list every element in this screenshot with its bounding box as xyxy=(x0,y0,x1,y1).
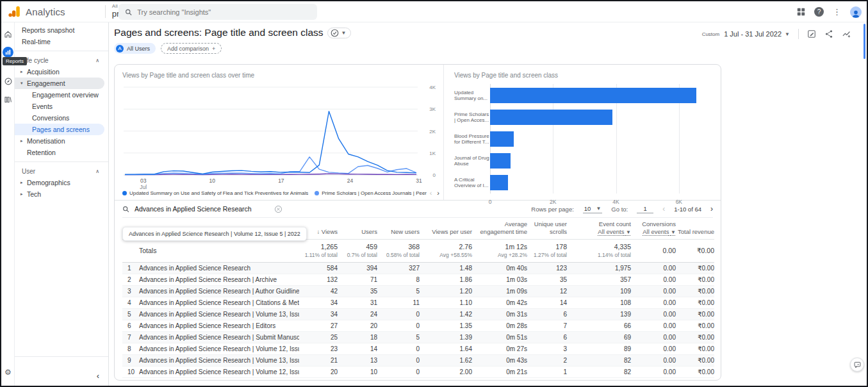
add-comparison-chip[interactable]: Add comparison + xyxy=(161,43,222,54)
bar[interactable] xyxy=(490,175,508,190)
sidebar-item-monetisation[interactable]: ▸Monetisation xyxy=(15,135,108,147)
advertising-nav[interactable] xyxy=(1,93,15,106)
conversions-header[interactable]: ConversionsAll events ▼ xyxy=(631,218,676,239)
insights-icon[interactable] xyxy=(842,29,851,38)
y-tick-label: 0 xyxy=(433,172,436,178)
row-revenue: ₹0.00 xyxy=(676,285,714,297)
table-row[interactable]: 10 Advances in Applied Science Research … xyxy=(122,366,714,377)
conversions-filter[interactable]: All events ▼ xyxy=(643,228,676,235)
row-event-count: 82 xyxy=(567,366,631,377)
event-filter[interactable]: All events ▼ xyxy=(598,228,631,235)
date-range-picker[interactable]: 1 Jul - 31 Jul 2022 ▼ xyxy=(724,30,790,38)
table-row[interactable]: 7 Advances in Applied Science Research |… xyxy=(122,331,714,343)
event-count-header[interactable]: Event countAll events ▼ xyxy=(567,218,631,239)
sidebar-item-acquisition[interactable]: ▸Acquisition xyxy=(15,66,108,78)
row-views-per-user: 1.39 xyxy=(420,331,472,343)
bar[interactable] xyxy=(490,153,511,169)
bar[interactable] xyxy=(490,131,514,147)
table-row[interactable]: 5 Advances in Applied Science Research |… xyxy=(122,308,714,320)
sidebar-item-demographics[interactable]: ▸Demographics xyxy=(15,177,108,188)
row-revenue: ₹0.00 xyxy=(676,297,714,308)
sidebar-item-engagement-overview[interactable]: Engagement overview xyxy=(15,89,108,101)
report-status-badge[interactable]: ▼ xyxy=(327,28,352,38)
avg-engagement-header[interactable]: Average engagement time xyxy=(472,218,527,239)
next-page-icon[interactable]: › xyxy=(710,204,713,213)
table-row[interactable]: 1 Advances in Applied Science Research 5… xyxy=(122,262,714,274)
table-row[interactable]: 6 Advances in Applied Science Research |… xyxy=(122,320,714,331)
table-row[interactable]: 4 Advances in Applied Science Research |… xyxy=(122,297,714,308)
row-scrolls: 12 xyxy=(527,285,567,297)
explore-nav[interactable] xyxy=(1,75,15,88)
bar-chart-panel: Views by Page title and screen class Upd… xyxy=(444,65,721,200)
legend-prev-icon[interactable]: ‹ xyxy=(430,189,432,197)
table-search[interactable] xyxy=(122,205,289,213)
revenue-header[interactable]: Total revenue xyxy=(676,218,714,239)
sidebar-item-tech[interactable]: ▸Tech xyxy=(15,188,108,200)
scrollbar-thumb[interactable] xyxy=(864,24,865,59)
rows-per-page[interactable]: Rows per page: xyxy=(531,206,574,213)
table-row[interactable]: 3 Advances in Applied Science Research |… xyxy=(122,285,714,297)
prev-page-icon[interactable]: ‹ xyxy=(662,204,665,213)
row-index: 9 xyxy=(122,354,139,366)
global-search[interactable] xyxy=(119,4,317,20)
clear-search-icon[interactable] xyxy=(274,205,283,213)
table-row[interactable]: 2 Advances in Applied Science Research |… xyxy=(122,274,714,285)
sidebar-item-reports-snapshot[interactable]: Reports snapshot xyxy=(15,24,108,36)
rows-per-page-select[interactable]: 10▼ xyxy=(583,205,603,213)
audience-badge: A xyxy=(116,45,124,53)
bar[interactable] xyxy=(490,110,612,125)
views-per-user-header[interactable]: Views per user xyxy=(420,218,472,239)
sidebar-item-engagement[interactable]: ▾Engagement xyxy=(15,78,104,89)
line-chart: 01K2K3K4K xyxy=(124,85,419,177)
row-scrolls: 35 xyxy=(527,274,567,285)
new-users-header[interactable]: New users xyxy=(377,218,420,239)
row-revenue: ₹0.00 xyxy=(676,274,714,285)
row-users: 20 xyxy=(338,320,377,331)
sidebar-item-pages-and-screens[interactable]: Pages and screens xyxy=(15,124,104,135)
scrolls-header[interactable]: Unique user scrolls xyxy=(527,218,567,239)
help-icon[interactable]: ? xyxy=(814,7,824,17)
goto-page-input[interactable]: 1 xyxy=(637,205,653,213)
chat-bubble-icon xyxy=(854,361,861,368)
row-avg-engagement: 1m 09s xyxy=(472,285,527,297)
home-nav[interactable] xyxy=(1,28,15,40)
row-index: 8 xyxy=(122,343,139,354)
table-row[interactable]: 9 Advances in Applied Science Research |… xyxy=(122,354,714,366)
table-row[interactable]: 8 Advances in Applied Science Research |… xyxy=(122,343,714,354)
row-page-title: Advances in Applied Science Research | S… xyxy=(139,331,299,343)
totals-label: Totals xyxy=(139,247,299,254)
share-icon[interactable] xyxy=(824,29,833,38)
row-event-count: 82 xyxy=(567,354,631,366)
bar[interactable] xyxy=(490,88,696,103)
customize-report-icon[interactable] xyxy=(807,29,816,38)
sidebar-section-life-cycle[interactable]: Life cycle∧ xyxy=(15,54,108,66)
row-scrolls: 6 xyxy=(527,308,567,320)
kebab-menu-icon[interactable]: ⋮ xyxy=(833,7,841,17)
sidebar-item-real-time[interactable]: Real-time xyxy=(15,36,108,47)
legend-next-icon[interactable]: › xyxy=(437,189,439,197)
table-search-input[interactable] xyxy=(135,205,269,213)
users-header[interactable]: Users xyxy=(338,218,377,239)
advertising-icon xyxy=(4,95,12,104)
search-input[interactable] xyxy=(137,8,311,16)
report-card: Views by Page title and screen class ove… xyxy=(114,64,721,381)
admin-gear-icon[interactable]: ⚙ xyxy=(1,368,15,377)
feedback-chat-button[interactable] xyxy=(850,358,864,372)
sidebar-item-events[interactable]: Events xyxy=(15,101,108,112)
row-scrolls: 7 xyxy=(527,320,567,331)
row-views-per-user: 1.10 xyxy=(420,297,472,308)
reports-nav[interactable] xyxy=(1,45,15,58)
cell-hover-tooltip: Advances in Applied Science Research | V… xyxy=(122,227,307,241)
row-conversions: 0.00 xyxy=(631,274,676,285)
avatar[interactable] xyxy=(850,6,862,18)
sidebar-section-user[interactable]: User∧ xyxy=(15,165,108,177)
apps-grid-icon[interactable] xyxy=(797,8,805,16)
collapse-sidebar-icon[interactable]: ‹ xyxy=(97,371,99,381)
person-icon xyxy=(851,10,860,18)
all-users-chip[interactable]: A All Users xyxy=(114,43,156,54)
sidebar-item-retention[interactable]: Retention xyxy=(15,147,108,158)
legend-dot-icon xyxy=(315,191,319,195)
row-views: 34 xyxy=(299,297,338,308)
reports-selected-pill xyxy=(3,47,13,58)
sidebar-item-conversions[interactable]: Conversions xyxy=(15,112,108,124)
